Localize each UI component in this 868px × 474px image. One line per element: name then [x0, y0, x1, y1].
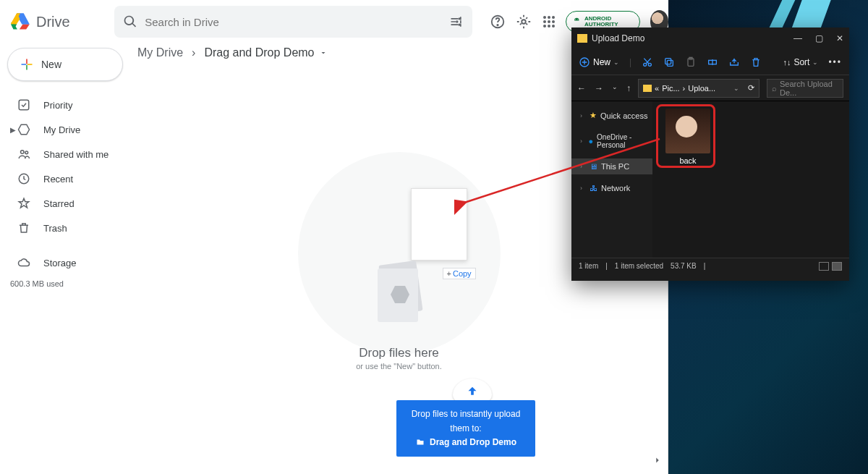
window-title: Upload Demo: [592, 33, 644, 43]
storage-used-text: 600.3 MB used: [7, 275, 123, 288]
tree-onedrive[interactable]: ›●OneDrive - Personal: [571, 130, 652, 153]
share-icon[interactable]: [728, 56, 740, 68]
new-menu[interactable]: New ⌄: [579, 56, 619, 68]
address-bar[interactable]: «Pic...›Uploa... ⌄ ⟳: [638, 79, 760, 98]
plus-icon: [20, 57, 34, 72]
expand-icon[interactable]: ▶: [10, 126, 16, 134]
svg-point-24: [25, 151, 28, 154]
delete-icon[interactable]: [750, 56, 762, 68]
cloud-icon: [17, 256, 30, 269]
nav-forward[interactable]: →: [595, 83, 603, 93]
close-button[interactable]: ✕: [836, 33, 843, 43]
nav-back[interactable]: ←: [577, 83, 586, 93]
svg-rect-32: [667, 60, 673, 66]
explorer-toolbar: New ⌄ | ↑↓Sort⌄ •••: [571, 49, 849, 75]
search-bar[interactable]: [114, 6, 472, 38]
breadcrumb-root[interactable]: My Drive: [137, 46, 183, 59]
svg-point-23: [21, 151, 25, 154]
drop-circle: +Copy Drop files here or use the "New" b…: [298, 152, 501, 355]
svg-point-18: [548, 25, 550, 27]
explorer-tree: ›★Quick access ›●OneDrive - Personal ›🖥T…: [571, 101, 652, 258]
sidebar-item-storage[interactable]: Storage: [7, 250, 123, 275]
drop-subtitle: or use the "New" button.: [298, 362, 501, 371]
more-menu[interactable]: •••: [828, 57, 842, 67]
wallpaper-decoration: [769, 0, 796, 29]
tree-quick-access[interactable]: ›★Quick access: [571, 107, 652, 124]
drive-logo[interactable]: Drive: [10, 12, 114, 32]
nav-recent[interactable]: ⌄: [612, 83, 618, 93]
drag-ghost: [411, 188, 467, 261]
svg-point-6: [456, 20, 458, 22]
nav-up[interactable]: ↑: [626, 83, 631, 93]
svg-point-11: [543, 16, 546, 19]
rename-icon[interactable]: [707, 56, 718, 68]
svg-marker-1: [20, 25, 30, 30]
svg-point-19: [552, 25, 555, 27]
explorer-navbar: ← → ⌄ ↑ «Pic...›Uploa... ⌄ ⟳ ⌕ Search Up…: [571, 75, 849, 101]
sort-menu[interactable]: ↑↓Sort⌄: [783, 57, 818, 67]
sidebar-item-mydrive[interactable]: ▶ My Drive: [7, 117, 123, 142]
settings-icon[interactable]: [516, 13, 532, 30]
drive-folder-icon: [17, 123, 30, 136]
chevron-down-icon[interactable]: ⌄: [733, 85, 739, 92]
cut-icon[interactable]: [642, 56, 653, 68]
drop-title: Drop files here: [298, 346, 501, 360]
svg-point-12: [548, 16, 550, 19]
explorer-content[interactable]: back: [652, 101, 849, 258]
drive-sidebar: New Priority ▶ My Drive Shared with me R…: [0, 43, 130, 288]
view-icons-icon[interactable]: [832, 262, 842, 271]
apps-icon[interactable]: [542, 13, 556, 30]
svg-point-7: [459, 24, 461, 26]
svg-rect-22: [19, 100, 29, 110]
tree-network[interactable]: ›🖧Network: [571, 180, 652, 196]
svg-point-16: [552, 20, 555, 23]
tune-icon[interactable]: [449, 14, 464, 29]
new-button[interactable]: New: [7, 48, 123, 81]
file-explorer-window[interactable]: Upload Demo ― ▢ ✕ New ⌄ | ↑↓Sort⌄ ••• ← …: [571, 27, 849, 281]
files-illustration: [367, 257, 433, 329]
breadcrumb-current[interactable]: Drag and Drop Demo: [204, 46, 327, 59]
sidebar-item-trash[interactable]: Trash: [7, 216, 123, 240]
people-icon: [17, 148, 30, 161]
explorer-statusbar: 1 item| 1 item selected 53.7 KB|: [571, 258, 849, 274]
folder-icon: [415, 438, 425, 447]
upload-target-banner: Drop files to instantly upload them to: …: [396, 400, 535, 457]
help-icon[interactable]: [490, 13, 506, 30]
svg-point-13: [552, 16, 555, 19]
app-title: Drive: [36, 14, 70, 30]
refresh-icon[interactable]: ⟳: [748, 83, 754, 93]
folder-icon: [577, 34, 587, 43]
search-icon: [123, 14, 137, 29]
svg-point-15: [548, 20, 550, 23]
tree-this-pc[interactable]: ›🖥This PC: [571, 158, 652, 174]
paste-icon[interactable]: [685, 56, 697, 68]
sidebar-item-recent[interactable]: Recent: [7, 166, 123, 191]
svg-point-21: [578, 19, 579, 20]
check-circle-icon: [17, 98, 30, 111]
view-details-icon[interactable]: [819, 262, 829, 271]
drop-zone[interactable]: +Copy Drop files here or use the "New" b…: [204, 116, 595, 355]
minimize-button[interactable]: ―: [793, 33, 802, 43]
explorer-search[interactable]: ⌕ Search Upload De...: [767, 79, 843, 98]
maximize-button[interactable]: ▢: [815, 33, 823, 43]
copy-icon[interactable]: [663, 56, 675, 68]
svg-point-14: [543, 20, 546, 23]
search-input[interactable]: [145, 16, 449, 28]
sidebar-item-priority[interactable]: Priority: [7, 93, 123, 117]
clock-icon: [17, 172, 30, 185]
annotation-highlight: [656, 104, 715, 168]
svg-point-5: [459, 17, 461, 20]
copy-badge: +Copy: [443, 268, 476, 279]
star-icon: [17, 197, 30, 210]
sidebar-item-starred[interactable]: Starred: [7, 191, 123, 216]
sidebar-item-shared[interactable]: Shared with me: [7, 142, 123, 166]
drive-icon: [10, 12, 30, 32]
explorer-titlebar[interactable]: Upload Demo ― ▢ ✕: [571, 27, 849, 49]
folder-icon: [643, 85, 652, 92]
chevron-down-icon: [319, 48, 328, 57]
drive-header: Drive ANDROID AUTHORITY: [0, 0, 668, 43]
svg-point-20: [576, 19, 576, 20]
svg-rect-33: [665, 58, 671, 64]
trash-icon: [17, 221, 30, 234]
search-icon: ⌕: [772, 84, 777, 93]
